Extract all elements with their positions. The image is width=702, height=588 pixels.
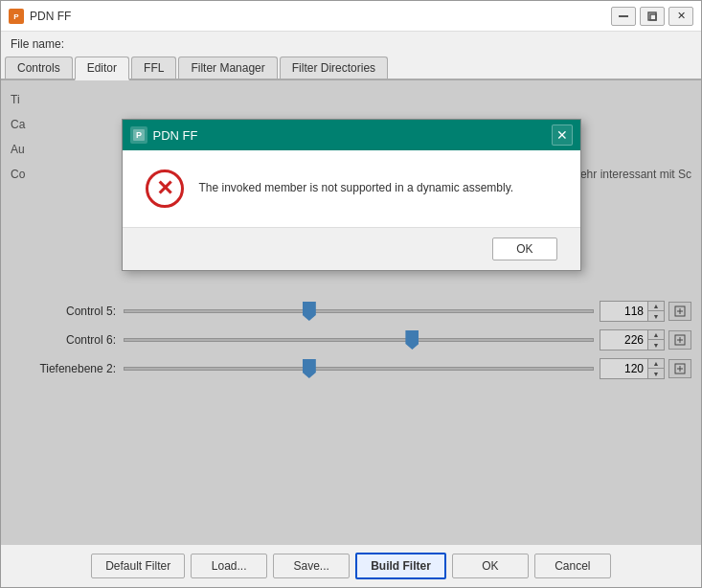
modal-window: P PDN FF ✕ ✕ The invoked member is not s…	[122, 119, 581, 271]
file-name-label: File name:	[11, 37, 64, 51]
title-bar-controls: ✕	[611, 7, 693, 26]
default-filter-button[interactable]: Default Filter	[91, 554, 185, 578]
ok-button[interactable]: OK	[452, 554, 529, 578]
modal-title-text: PDN FF	[153, 128, 552, 143]
svg-text:P: P	[13, 12, 19, 21]
file-name-row: File name:	[1, 32, 701, 57]
modal-title-bar: P PDN FF ✕	[123, 120, 580, 150]
error-x-symbol: ✕	[156, 176, 173, 201]
tab-ffl[interactable]: FFL	[131, 57, 176, 79]
save-button[interactable]: Save...	[273, 554, 350, 578]
tab-filter-manager[interactable]: Filter Manager	[178, 57, 277, 79]
svg-rect-4	[650, 14, 656, 20]
build-filter-button[interactable]: Build Filter	[355, 553, 446, 579]
main-title-text: PDN FF	[30, 10, 611, 23]
main-window: P PDN FF ✕ File name: Controls Editor FF…	[0, 0, 702, 588]
modal-overlay: P PDN FF ✕ ✕ The invoked member is not s…	[1, 80, 701, 544]
tab-controls[interactable]: Controls	[5, 57, 73, 79]
tab-filter-directories[interactable]: Filter Directories	[280, 57, 388, 79]
load-button[interactable]: Load...	[191, 554, 267, 578]
tab-editor[interactable]: Editor	[75, 57, 129, 80]
svg-rect-2	[619, 15, 628, 17]
svg-text:P: P	[135, 130, 141, 140]
svg-rect-3	[648, 12, 656, 20]
modal-message-text: The invoked member is not supported in a…	[199, 170, 514, 196]
modal-ok-button[interactable]: OK	[492, 237, 556, 260]
error-icon: ✕	[146, 170, 184, 208]
bottom-toolbar: Default Filter Load... Save... Build Fil…	[1, 544, 701, 587]
close-button[interactable]: ✕	[668, 7, 693, 26]
modal-footer: OK	[123, 227, 580, 270]
modal-close-button[interactable]: ✕	[552, 124, 573, 146]
modal-content: ✕ The invoked member is not supported in…	[123, 150, 580, 227]
restore-button[interactable]	[640, 7, 665, 26]
tabs-bar: Controls Editor FFL Filter Manager Filte…	[1, 57, 701, 80]
cancel-button[interactable]: Cancel	[534, 554, 611, 578]
main-title-bar: P PDN FF ✕	[1, 1, 701, 32]
minimize-button[interactable]	[611, 7, 636, 26]
modal-title-icon: P	[130, 126, 147, 144]
app-icon: P	[9, 9, 24, 24]
content-area: Ti Ca Au Co Effekt: Sehr interessant mit…	[1, 80, 701, 544]
